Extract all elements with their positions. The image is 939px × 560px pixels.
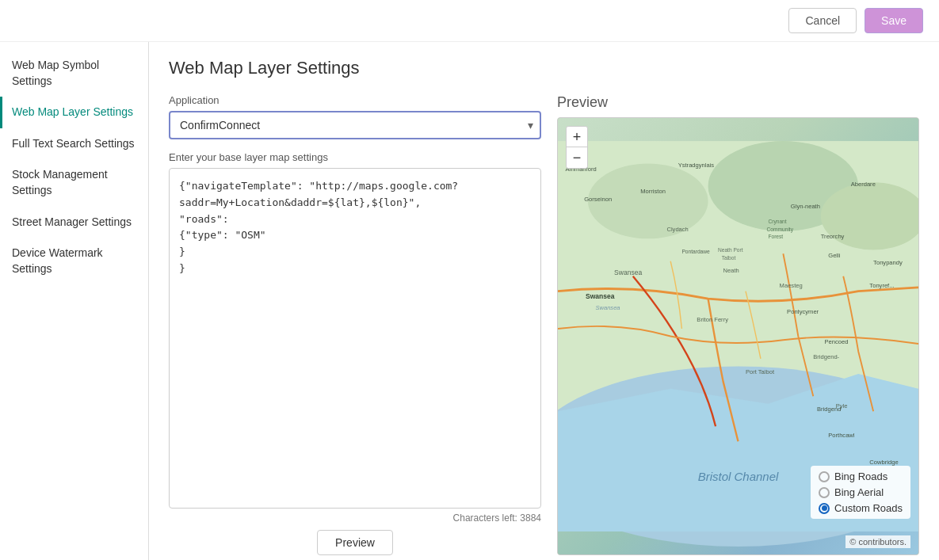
svg-text:Port Talbot: Port Talbot: [746, 368, 775, 375]
sidebar-item-web-map-layer[interactable]: Web Map Layer Settings: [0, 97, 148, 128]
svg-text:Treorchy: Treorchy: [821, 233, 845, 240]
svg-text:Swansea: Swansea: [586, 292, 615, 300]
custom-roads-option[interactable]: Custom Roads: [819, 502, 903, 514]
map-background: Swansea Briton Ferry Neath Clydach Maest…: [558, 118, 918, 554]
custom-roads-label: Custom Roads: [834, 502, 903, 514]
svg-text:Bridgend-: Bridgend-: [813, 353, 839, 360]
custom-roads-radio[interactable]: [819, 503, 830, 514]
svg-text:Pontycymer: Pontycymer: [787, 308, 819, 315]
svg-text:Bridgend: Bridgend: [817, 406, 841, 413]
preview-button[interactable]: Preview: [317, 530, 393, 555]
main-layout: Web Map Symbol Settings Web Map Layer Se…: [0, 42, 939, 560]
top-bar: Cancel Save: [0, 0, 939, 42]
svg-text:Talbot: Talbot: [722, 255, 736, 261]
bing-aerial-label: Bing Aerial: [834, 486, 884, 498]
svg-text:Pontardawe: Pontardawe: [681, 249, 710, 254]
svg-text:Aberdare: Aberdare: [851, 181, 876, 188]
application-select-wrapper: ConfirmConnect ConfirmWorkzone Other ▾: [169, 111, 541, 139]
bing-aerial-option[interactable]: Bing Aerial: [819, 486, 903, 498]
textarea-label: Enter your base layer map settings: [169, 151, 541, 163]
svg-text:Gelli: Gelli: [828, 252, 840, 259]
svg-text:Glyn-neath: Glyn-neath: [791, 203, 820, 210]
map-container: Swansea Briton Ferry Neath Clydach Maest…: [557, 117, 919, 555]
right-panel: Preview: [557, 94, 919, 555]
sidebar-item-full-text-search[interactable]: Full Text Search Settings: [0, 128, 148, 160]
sidebar-item-stock-management[interactable]: Stock Management Settings: [0, 159, 148, 206]
svg-text:Neath: Neath: [723, 267, 739, 274]
svg-text:Cowbridge: Cowbridge: [869, 459, 898, 466]
save-button[interactable]: Save: [865, 8, 923, 33]
svg-text:Morriston: Morriston: [640, 188, 666, 195]
sidebar: Web Map Symbol Settings Web Map Layer Se…: [0, 42, 149, 560]
content-area: Web Map Layer Settings Application Confi…: [149, 42, 939, 560]
svg-text:Tonyref...: Tonyref...: [869, 282, 894, 289]
zoom-in-button[interactable]: +: [567, 127, 587, 147]
page-title: Web Map Layer Settings: [169, 58, 919, 78]
svg-text:Neath Port: Neath Port: [718, 247, 743, 253]
sidebar-item-device-watermark[interactable]: Device Watermark Settings: [0, 238, 148, 284]
svg-text:Crynant: Crynant: [768, 219, 786, 225]
svg-text:Ystradgynlais: Ystradgynlais: [678, 162, 715, 169]
bing-roads-label: Bing Roads: [834, 470, 887, 482]
cancel-button[interactable]: Cancel: [788, 8, 857, 33]
svg-text:Forest: Forest: [768, 234, 783, 239]
preview-title: Preview: [557, 94, 919, 111]
left-panel: Application ConfirmConnect ConfirmWorkzo…: [169, 94, 541, 555]
sidebar-item-web-map-symbol[interactable]: Web Map Symbol Settings: [0, 50, 148, 97]
form-section: Application ConfirmConnect ConfirmWorkzo…: [169, 94, 919, 555]
svg-text:Clydach: Clydach: [666, 226, 688, 233]
bristol-channel-label: Bristol Channel: [698, 470, 779, 483]
svg-text:Porthcawl: Porthcawl: [828, 432, 855, 439]
bing-aerial-radio[interactable]: [819, 487, 830, 498]
zoom-controls: + −: [566, 126, 588, 169]
svg-text:Maesteg: Maesteg: [780, 282, 803, 289]
svg-text:Pencoed: Pencoed: [825, 338, 849, 345]
zoom-out-button[interactable]: −: [567, 147, 587, 168]
map-settings-textarea[interactable]: {"navigateTemplate": "http://maps.google…: [169, 168, 541, 509]
map-attribution: © contributors.: [845, 535, 910, 548]
bing-roads-radio[interactable]: [819, 471, 830, 482]
svg-text:Gorseinon: Gorseinon: [584, 196, 612, 203]
chars-left: Characters left: 3884: [169, 512, 541, 524]
svg-text:Community: Community: [767, 227, 794, 233]
application-select[interactable]: ConfirmConnect ConfirmWorkzone Other: [169, 111, 541, 139]
svg-text:Briton Ferry: Briton Ferry: [697, 316, 728, 323]
preview-btn-wrapper: Preview: [169, 530, 541, 555]
svg-text:Tonypandy: Tonypandy: [873, 259, 903, 266]
svg-text:Swansea: Swansea: [614, 269, 642, 276]
bing-roads-option[interactable]: Bing Roads: [819, 470, 903, 482]
map-layer-options: Bing Roads Bing Aerial Custom Roads: [811, 466, 910, 519]
application-label: Application: [169, 94, 541, 106]
svg-text:Swansea: Swansea: [595, 304, 620, 311]
sidebar-item-street-manager[interactable]: Street Manager Settings: [0, 207, 148, 238]
